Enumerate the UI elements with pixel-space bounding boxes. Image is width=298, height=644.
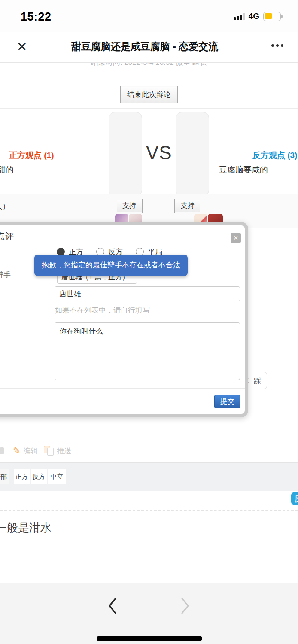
pro-vote-bar (109, 112, 142, 194)
status-bar: 15:22 4G (0, 0, 298, 32)
chevron-left-icon (104, 595, 122, 616)
comment-textarea[interactable]: 你在狗叫什么 (55, 322, 240, 380)
best-debater-label: 最佳辩手 (0, 270, 11, 280)
network-type-label: 4G (249, 12, 259, 21)
clipped-icon (0, 447, 4, 454)
tab-all[interactable]: 全部 (0, 469, 9, 484)
post-content-text: 一般是泔水 (0, 520, 52, 535)
dashed-divider (0, 510, 298, 511)
screen: 15:22 4G ✕ 甜豆腐脑还是咸豆腐脑 - 恋爱交流 结束时间: 2022-… (0, 0, 298, 644)
pro-viewpoint-text: 豆腐脑要甜的 (0, 164, 14, 176)
close-icon[interactable]: ✕ (15, 40, 29, 55)
end-debate-button[interactable]: 结束此次辩论 (120, 86, 178, 103)
support-con-button[interactable]: 支持 (174, 199, 201, 213)
signal-strength-icon (234, 13, 245, 20)
back-page-button[interactable] (104, 595, 122, 616)
tab-neutral[interactable]: 中立 (48, 469, 66, 484)
modal-title: 点评 (0, 231, 14, 242)
error-toast: 抱歉，您指定的最佳辩手不存在或者不合法 (34, 255, 188, 276)
con-side-heading: 反方观点 (3) (252, 150, 298, 161)
more-icon[interactable] (271, 44, 283, 47)
push-button[interactable]: 推送 (44, 446, 72, 456)
tab-con[interactable]: 反方 (31, 469, 47, 484)
chevron-right-icon (176, 595, 193, 616)
pro-side-heading: 正方观点 (1) (9, 150, 54, 161)
vs-label: VS (146, 142, 172, 164)
tab-pro[interactable]: 正方 (14, 469, 30, 484)
participants-clipped-text: （2人） (0, 201, 9, 211)
best-debater-input[interactable] (55, 286, 240, 301)
page-title: 甜豆腐脑还是咸豆腐脑 - 恋爱交流 (34, 40, 255, 53)
title-fade-overlay (238, 36, 262, 58)
con-viewpoint-text: 豆腐脑要咸的 (219, 164, 268, 176)
modal-footer-divider (0, 388, 245, 389)
stance-badge: 反 (291, 492, 298, 505)
filter-tab-strip: 全部 正方 反方 中立 (0, 463, 298, 491)
con-vote-bar (176, 112, 209, 194)
navbar: ✕ 甜豆腐脑还是咸豆腐脑 - 恋爱交流 (0, 32, 298, 63)
battery-fill (265, 13, 272, 19)
pencil-icon: ✎ (13, 446, 21, 456)
submit-button[interactable]: 提交 (214, 395, 240, 408)
comment-modal-dialog: 点评 ✕ 正方 反方 平局 最佳辩手 唐世雄（1 票，正方） 抱歉，您指定的最佳… (0, 222, 248, 417)
pagination-footer (0, 583, 298, 644)
forward-page-button[interactable] (176, 595, 193, 616)
dislike-label: 踩 (254, 376, 261, 386)
push-label: 推送 (57, 446, 72, 456)
battery-icon (263, 12, 281, 21)
input-hint-text: 如果不在列表中，请自行填写 (55, 305, 150, 315)
home-indicator (97, 636, 202, 641)
vs-panel: 正方观点 (1) 豆腐脑要甜的 反方观点 (3) 豆腐脑要咸的 VS (0, 108, 298, 194)
push-icon (44, 446, 54, 456)
post-toolbar: ✎ 编辑 推送 (0, 444, 72, 457)
clock-time: 15:22 (21, 10, 52, 24)
modal-close-icon[interactable]: ✕ (231, 233, 241, 243)
edit-button[interactable]: ✎ 编辑 (13, 446, 38, 456)
edit-label: 编辑 (24, 446, 38, 456)
support-pro-button[interactable]: 支持 (116, 199, 143, 213)
